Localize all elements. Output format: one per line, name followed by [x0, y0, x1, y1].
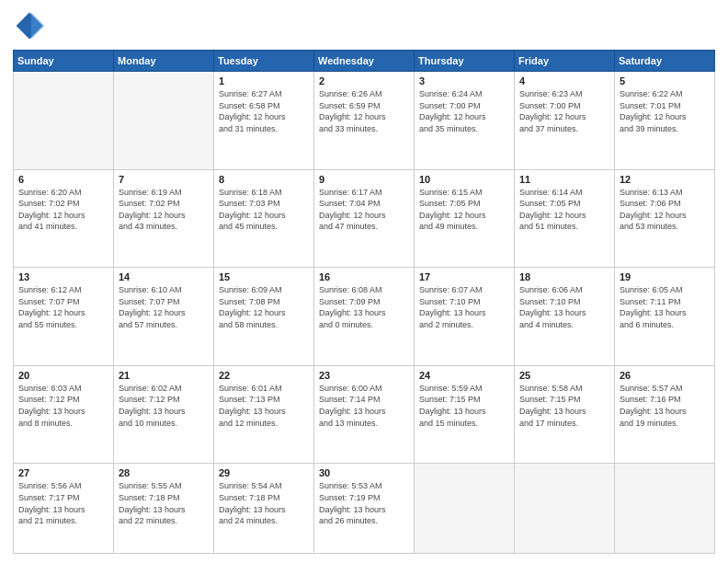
day-number: 26: [620, 370, 710, 381]
day-info: Sunrise: 6:17 AMSunset: 7:04 PMDaylight:…: [319, 187, 409, 233]
day-info: Sunrise: 6:01 AMSunset: 7:13 PMDaylight:…: [219, 383, 309, 429]
calendar-week-row: 1Sunrise: 6:27 AMSunset: 6:58 PMDaylight…: [14, 72, 715, 170]
calendar-cell: 9Sunrise: 6:17 AMSunset: 7:04 PMDaylight…: [314, 169, 415, 268]
day-info: Sunrise: 6:07 AMSunset: 7:10 PMDaylight:…: [419, 284, 509, 330]
calendar-cell: 24Sunrise: 5:59 AMSunset: 7:15 PMDayligh…: [415, 365, 515, 464]
calendar-cell: [515, 464, 615, 554]
calendar-cell: 12Sunrise: 6:13 AMSunset: 7:06 PMDayligh…: [615, 169, 715, 268]
day-info: Sunrise: 6:15 AMSunset: 7:05 PMDaylight:…: [419, 187, 509, 233]
day-number: 27: [18, 467, 108, 478]
day-info: Sunrise: 6:18 AMSunset: 7:03 PMDaylight:…: [219, 187, 309, 233]
day-info: Sunrise: 6:06 AMSunset: 7:10 PMDaylight:…: [519, 284, 609, 330]
day-number: 29: [219, 467, 309, 478]
calendar-day-header: Sunday: [14, 51, 114, 72]
calendar-week-row: 6Sunrise: 6:20 AMSunset: 7:02 PMDaylight…: [14, 169, 715, 268]
day-info: Sunrise: 6:00 AMSunset: 7:14 PMDaylight:…: [319, 383, 409, 429]
day-info: Sunrise: 5:53 AMSunset: 7:19 PMDaylight:…: [319, 480, 409, 526]
day-info: Sunrise: 6:14 AMSunset: 7:05 PMDaylight:…: [519, 187, 609, 233]
day-info: Sunrise: 6:20 AMSunset: 7:02 PMDaylight:…: [18, 187, 108, 233]
day-number: 3: [419, 75, 509, 86]
calendar-cell: 17Sunrise: 6:07 AMSunset: 7:10 PMDayligh…: [415, 268, 515, 366]
calendar-cell: [114, 72, 214, 170]
day-number: 2: [319, 75, 409, 86]
calendar-cell: 3Sunrise: 6:24 AMSunset: 7:00 PMDaylight…: [415, 72, 515, 170]
calendar-cell: 19Sunrise: 6:05 AMSunset: 7:11 PMDayligh…: [615, 268, 715, 366]
calendar-cell: [615, 464, 715, 554]
calendar-cell: 29Sunrise: 5:54 AMSunset: 7:18 PMDayligh…: [214, 464, 314, 554]
day-number: 20: [18, 370, 108, 381]
calendar-cell: 16Sunrise: 6:08 AMSunset: 7:09 PMDayligh…: [314, 268, 415, 366]
calendar-cell: 25Sunrise: 5:58 AMSunset: 7:15 PMDayligh…: [515, 365, 615, 464]
day-number: 7: [119, 174, 209, 185]
calendar-day-header: Monday: [114, 51, 214, 72]
day-info: Sunrise: 6:05 AMSunset: 7:11 PMDaylight:…: [620, 284, 710, 330]
day-info: Sunrise: 5:57 AMSunset: 7:16 PMDaylight:…: [620, 383, 710, 429]
day-info: Sunrise: 5:56 AMSunset: 7:17 PMDaylight:…: [18, 480, 108, 526]
logo: [13, 9, 50, 42]
day-info: Sunrise: 5:54 AMSunset: 7:18 PMDaylight:…: [219, 480, 309, 526]
day-number: 16: [319, 271, 409, 282]
day-info: Sunrise: 6:09 AMSunset: 7:08 PMDaylight:…: [219, 284, 309, 330]
day-number: 12: [620, 174, 710, 185]
day-number: 15: [219, 271, 309, 282]
calendar-cell: [14, 72, 114, 170]
calendar-week-row: 20Sunrise: 6:03 AMSunset: 7:12 PMDayligh…: [14, 365, 715, 464]
calendar-cell: 15Sunrise: 6:09 AMSunset: 7:08 PMDayligh…: [214, 268, 314, 366]
day-number: 13: [18, 271, 108, 282]
day-info: Sunrise: 6:23 AMSunset: 7:00 PMDaylight:…: [519, 88, 609, 134]
day-number: 30: [319, 467, 409, 478]
day-number: 17: [419, 271, 509, 282]
day-info: Sunrise: 6:02 AMSunset: 7:12 PMDaylight:…: [119, 383, 209, 429]
day-number: 1: [219, 75, 309, 86]
calendar-week-row: 27Sunrise: 5:56 AMSunset: 7:17 PMDayligh…: [14, 464, 715, 554]
day-number: 6: [18, 174, 108, 185]
calendar-cell: 8Sunrise: 6:18 AMSunset: 7:03 PMDaylight…: [214, 169, 314, 268]
page: SundayMondayTuesdayWednesdayThursdayFrid…: [0, 0, 728, 563]
day-number: 22: [219, 370, 309, 381]
header: [13, 9, 715, 42]
calendar-cell: 21Sunrise: 6:02 AMSunset: 7:12 PMDayligh…: [114, 365, 214, 464]
calendar-cell: 28Sunrise: 5:55 AMSunset: 7:18 PMDayligh…: [114, 464, 214, 554]
day-info: Sunrise: 6:12 AMSunset: 7:07 PMDaylight:…: [18, 284, 108, 330]
day-info: Sunrise: 6:03 AMSunset: 7:12 PMDaylight:…: [18, 383, 108, 429]
day-number: 4: [519, 75, 609, 86]
day-number: 8: [219, 174, 309, 185]
day-number: 10: [419, 174, 509, 185]
day-number: 11: [519, 174, 609, 185]
day-info: Sunrise: 5:58 AMSunset: 7:15 PMDaylight:…: [519, 383, 609, 429]
day-number: 19: [620, 271, 710, 282]
day-number: 25: [519, 370, 609, 381]
day-info: Sunrise: 5:59 AMSunset: 7:15 PMDaylight:…: [419, 383, 509, 429]
calendar-cell: 1Sunrise: 6:27 AMSunset: 6:58 PMDaylight…: [214, 72, 314, 170]
calendar-day-header: Friday: [515, 51, 615, 72]
day-number: 5: [620, 75, 710, 86]
calendar-day-header: Thursday: [415, 51, 515, 72]
calendar-cell: 26Sunrise: 5:57 AMSunset: 7:16 PMDayligh…: [615, 365, 715, 464]
calendar-cell: 4Sunrise: 6:23 AMSunset: 7:00 PMDaylight…: [515, 72, 615, 170]
day-info: Sunrise: 5:55 AMSunset: 7:18 PMDaylight:…: [119, 480, 209, 526]
calendar-cell: 7Sunrise: 6:19 AMSunset: 7:02 PMDaylight…: [114, 169, 214, 268]
calendar-cell: 11Sunrise: 6:14 AMSunset: 7:05 PMDayligh…: [515, 169, 615, 268]
day-info: Sunrise: 6:13 AMSunset: 7:06 PMDaylight:…: [620, 187, 710, 233]
calendar-cell: 30Sunrise: 5:53 AMSunset: 7:19 PMDayligh…: [314, 464, 415, 554]
calendar-cell: 2Sunrise: 6:26 AMSunset: 6:59 PMDaylight…: [314, 72, 415, 170]
calendar-cell: 27Sunrise: 5:56 AMSunset: 7:17 PMDayligh…: [14, 464, 114, 554]
calendar-day-header: Tuesday: [214, 51, 314, 72]
calendar-cell: [415, 464, 515, 554]
day-info: Sunrise: 6:08 AMSunset: 7:09 PMDaylight:…: [319, 284, 409, 330]
calendar-header-row: SundayMondayTuesdayWednesdayThursdayFrid…: [14, 51, 715, 72]
day-info: Sunrise: 6:10 AMSunset: 7:07 PMDaylight:…: [119, 284, 209, 330]
day-info: Sunrise: 6:24 AMSunset: 7:00 PMDaylight:…: [419, 88, 509, 134]
day-number: 24: [419, 370, 509, 381]
day-info: Sunrise: 6:22 AMSunset: 7:01 PMDaylight:…: [620, 88, 710, 134]
calendar-day-header: Saturday: [615, 51, 715, 72]
day-number: 9: [319, 174, 409, 185]
calendar-cell: 10Sunrise: 6:15 AMSunset: 7:05 PMDayligh…: [415, 169, 515, 268]
day-number: 21: [119, 370, 209, 381]
calendar-cell: 18Sunrise: 6:06 AMSunset: 7:10 PMDayligh…: [515, 268, 615, 366]
calendar-cell: 13Sunrise: 6:12 AMSunset: 7:07 PMDayligh…: [14, 268, 114, 366]
calendar-cell: 6Sunrise: 6:20 AMSunset: 7:02 PMDaylight…: [14, 169, 114, 268]
calendar-cell: 5Sunrise: 6:22 AMSunset: 7:01 PMDaylight…: [615, 72, 715, 170]
calendar-cell: 22Sunrise: 6:01 AMSunset: 7:13 PMDayligh…: [214, 365, 314, 464]
calendar-week-row: 13Sunrise: 6:12 AMSunset: 7:07 PMDayligh…: [14, 268, 715, 366]
